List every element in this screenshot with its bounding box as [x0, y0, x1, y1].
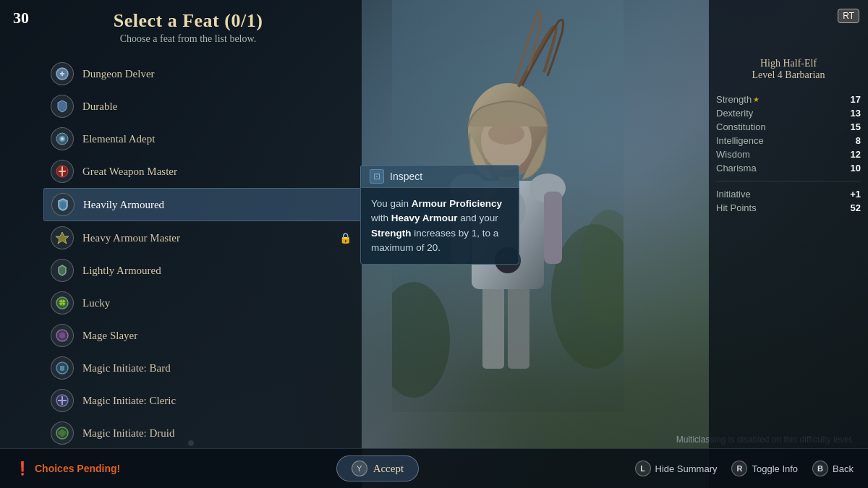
- feat-item-magic-initiate-druid[interactable]: Magic Initiate: Druid: [43, 417, 362, 449]
- feat-icon-lightly-armoured: [51, 259, 74, 282]
- bottom-controls: LHide SummaryRToggle InfoBBack: [635, 461, 854, 476]
- level-badge: 30: [13, 9, 29, 27]
- svg-point-29: [59, 333, 65, 338]
- accept-button[interactable]: Y Accept: [336, 455, 419, 481]
- stat-value-strength: 17: [851, 94, 861, 105]
- secondary-stat-value-initiative: +1: [850, 189, 861, 200]
- inspect-header: ⊡ Inspect: [360, 165, 519, 187]
- feat-item-elemental-adept[interactable]: Elemental Adept: [43, 123, 362, 155]
- control-item-back[interactable]: BBack: [812, 461, 854, 476]
- page-title: Select a Feat (0/1): [43, 10, 333, 32]
- feat-item-mage-slayer[interactable]: Mage Slayer: [43, 320, 362, 351]
- svg-point-21: [61, 137, 64, 140]
- control-btn-b: B: [812, 461, 828, 476]
- inspect-body: You gain Armour Proficiency with Heavy A…: [360, 187, 519, 265]
- feat-item-heavily-armoured[interactable]: Heavily Armoured: [43, 188, 362, 221]
- feat-item-magic-initiate-cleric[interactable]: Magic Initiate: Cleric: [43, 385, 362, 416]
- stat-name-dexterity: Dexterity: [716, 108, 753, 119]
- feat-icon-lucky: 🍀: [51, 291, 74, 314]
- secondary-stat-name-initiative: Initiative: [716, 189, 751, 200]
- feat-name-mage-slayer: Mage Slayer: [82, 330, 137, 342]
- secondary-stat-name-hit-points: Hit Points: [716, 202, 757, 213]
- feat-icon-dungeon-delver: [51, 62, 74, 85]
- stat-row-strength: Strength★17: [716, 93, 861, 106]
- choices-text: Choices Pending!: [35, 463, 120, 474]
- rt-badge: RT: [838, 9, 859, 23]
- svg-rect-5: [508, 282, 529, 369]
- stat-row-wisdom: Wisdom12: [716, 147, 861, 161]
- svg-marker-25: [56, 232, 69, 244]
- feat-icon-heavy-armour-master: [51, 226, 74, 249]
- feat-name-lucky: Lucky: [82, 297, 110, 309]
- stat-star-icon: ★: [753, 95, 760, 103]
- secondary-stat-row-hit-points: Hit Points52: [716, 201, 861, 215]
- feat-item-magic-initiate-bard[interactable]: Magic Initiate: Bard: [43, 352, 362, 384]
- feat-icon-heavily-armoured: [51, 193, 75, 216]
- svg-rect-13: [544, 192, 562, 264]
- control-label-back: Back: [833, 463, 854, 474]
- secondary-stat-value-hit-points: 52: [851, 202, 861, 213]
- feat-icon-magic-initiate-bard: [51, 356, 74, 380]
- feat-name-elemental-adept: Elemental Adept: [82, 133, 155, 145]
- stat-name-constitution: Constitution: [716, 121, 766, 132]
- feat-name-dungeon-delver: Dungeon Delver: [82, 68, 155, 80]
- inspect-text: You gain Armour Proficiency with Heavy A…: [371, 197, 509, 255]
- stat-value-dexterity: 13: [851, 108, 861, 119]
- character-title: High Half-Elf Level 4 Barbarian: [716, 58, 861, 81]
- feat-name-great-weapon-master: Great Weapon Master: [82, 166, 177, 178]
- control-item-toggle-info[interactable]: RToggle Info: [731, 461, 798, 476]
- stats-panel: High Half-Elf Level 4 Barbarian Strength…: [716, 58, 861, 215]
- feat-icon-great-weapon-master: [51, 160, 74, 183]
- feat-name-magic-initiate-bard: Magic Initiate: Bard: [82, 362, 171, 374]
- stat-row-constitution: Constitution15: [716, 120, 861, 134]
- choices-icon: ❗: [14, 461, 30, 476]
- feat-item-durable[interactable]: Durable: [43, 90, 362, 122]
- svg-point-34: [60, 429, 64, 437]
- feat-icon-magic-initiate-druid: [51, 421, 74, 445]
- stat-name-strength: Strength★: [716, 94, 760, 105]
- accept-button-label: Accept: [373, 463, 404, 475]
- feat-name-heavily-armoured: Heavily Armoured: [83, 199, 164, 211]
- control-label-hide-summary: Hide Summary: [655, 463, 718, 474]
- header: Select a Feat (0/1) Choose a feat from t…: [43, 10, 333, 45]
- feat-item-great-weapon-master[interactable]: Great Weapon Master: [43, 155, 362, 187]
- control-btn-l: L: [635, 461, 651, 476]
- stat-value-wisdom: 12: [851, 149, 861, 160]
- svg-text:🍀: 🍀: [58, 299, 67, 308]
- feat-icon-elemental-adept: [51, 127, 74, 150]
- feat-name-magic-initiate-druid: Magic Initiate: Druid: [82, 427, 174, 440]
- accept-button-icon: Y: [352, 461, 367, 476]
- feat-item-heavy-armour-master[interactable]: Heavy Armour Master🔒: [43, 222, 362, 254]
- feat-item-lucky[interactable]: 🍀Lucky: [43, 287, 362, 319]
- feat-item-dungeon-delver[interactable]: Dungeon Delver: [43, 58, 362, 90]
- feat-item-lightly-armoured[interactable]: Lightly Armoured: [43, 254, 362, 286]
- feat-icon-durable: [51, 95, 74, 118]
- feat-icon-mage-slayer: [51, 324, 74, 347]
- feat-name-durable: Durable: [82, 100, 117, 113]
- bottom-bar: ❗ Choices Pending! Y Accept LHide Summar…: [0, 448, 868, 488]
- stat-value-intelligence: 8: [856, 135, 861, 146]
- svg-rect-24: [59, 171, 66, 172]
- secondary-stat-row-initiative: Initiative+1: [716, 187, 861, 201]
- stat-row-charisma: Charisma10: [716, 161, 861, 175]
- feat-icon-magic-initiate-cleric: [51, 389, 74, 412]
- stat-value-constitution: 15: [851, 121, 861, 132]
- stat-row-intelligence: Intelligence8: [716, 134, 861, 147]
- svg-rect-4: [482, 282, 504, 369]
- inspect-tooltip: ⊡ Inspect You gain Armour Proficiency wi…: [360, 165, 519, 265]
- feat-list: Dungeon DelverDurableElemental AdeptGrea…: [43, 58, 362, 450]
- character-class: Level 4 Barbarian: [716, 69, 861, 81]
- inspect-icon: ⊡: [370, 169, 384, 184]
- stats-divider: [716, 181, 861, 181]
- control-btn-r: R: [731, 461, 747, 476]
- control-item-hide-summary[interactable]: LHide Summary: [635, 461, 718, 476]
- character-race: High Half-Elf: [716, 58, 861, 69]
- stat-name-intelligence: Intelligence: [716, 135, 764, 146]
- stat-row-dexterity: Dexterity13: [716, 106, 861, 120]
- feat-name-lightly-armoured: Lightly Armoured: [82, 265, 161, 277]
- page-subtitle: Choose a feat from the list below.: [43, 33, 333, 45]
- control-label-toggle-info: Toggle Info: [752, 463, 798, 474]
- feat-name-magic-initiate-cleric: Magic Initiate: Cleric: [82, 395, 176, 407]
- stat-value-charisma: 10: [851, 163, 861, 174]
- feat-name-heavy-armour-master: Heavy Armour Master: [82, 232, 180, 244]
